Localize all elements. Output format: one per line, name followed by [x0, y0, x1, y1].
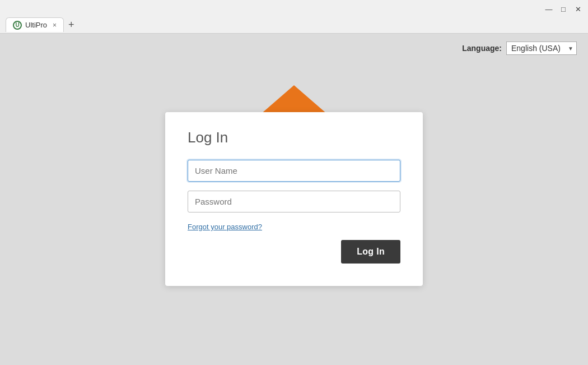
close-button[interactable]: ✕	[573, 5, 582, 14]
password-input[interactable]	[188, 191, 400, 212]
ultipro-favicon-icon: U	[13, 21, 22, 30]
tab-bar: U UltiPro × +	[0, 17, 588, 33]
login-actions: Log In	[188, 240, 400, 264]
minimize-button[interactable]: —	[544, 5, 553, 14]
login-card: Log In Forgot your password? Log In	[165, 112, 423, 286]
language-select-wrapper: English (USA) Spanish French German	[506, 41, 577, 55]
maximize-button[interactable]: □	[559, 5, 568, 14]
language-label: Language:	[462, 44, 502, 53]
login-button[interactable]: Log In	[341, 240, 400, 264]
login-title: Log In	[188, 129, 400, 146]
title-bar: — □ ✕	[0, 0, 588, 17]
password-field-group	[188, 191, 400, 212]
browser-tab[interactable]: U UltiPro ×	[6, 17, 64, 32]
window-controls: — □ ✕	[544, 5, 582, 14]
tab-title: UltiPro	[25, 21, 47, 29]
language-select[interactable]: English (USA) Spanish French German	[506, 41, 577, 55]
new-tab-button[interactable]: +	[64, 20, 79, 30]
browser-chrome: — □ ✕ U UltiPro × +	[0, 0, 588, 34]
tab-close-button[interactable]: ×	[53, 21, 57, 29]
tab-favicon: U	[13, 21, 22, 30]
username-field-group	[188, 160, 400, 182]
username-input[interactable]	[188, 160, 400, 182]
forgot-password-link[interactable]: Forgot your password?	[188, 223, 262, 231]
browser-content: Language: English (USA) Spanish French G…	[0, 34, 588, 365]
language-bar: Language: English (USA) Spanish French G…	[462, 41, 577, 55]
